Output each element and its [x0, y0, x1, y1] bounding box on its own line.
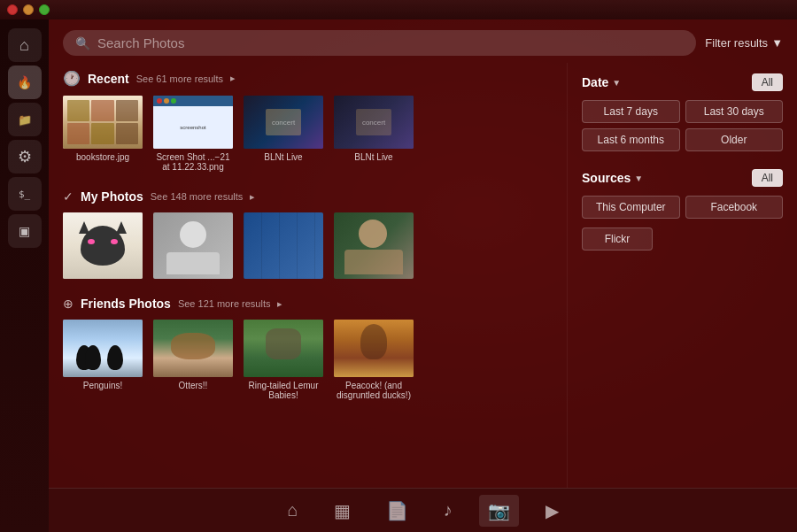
friendsphotos-section: ⊕ Friends Photos See 121 more results ▸: [63, 297, 553, 400]
sidebar-icon-terminal[interactable]: $_: [8, 177, 42, 211]
thumb-person2[interactable]: [334, 212, 414, 279]
filter-last7days[interactable]: Last 7 days: [582, 100, 680, 123]
titlebar: [0, 0, 797, 19]
bottom-music-icon[interactable]: ♪: [435, 495, 461, 526]
bottom-video-icon[interactable]: ▶: [537, 495, 568, 527]
filter-panel: Date ▼ All Last 7 days Last 30 days Last…: [567, 63, 797, 488]
filter-last30days[interactable]: Last 30 days: [685, 100, 784, 123]
thumb-lemur-label: Ring-tailed Lemur Babies!: [244, 381, 323, 400]
recent-section: 🕐 Recent See 61 more results ▸: [63, 70, 553, 172]
sources-filter-title: Sources ▼: [582, 171, 643, 185]
myphotos-title: My Photos: [81, 189, 143, 204]
thumb-blnt1[interactable]: concert BLNt Live: [244, 96, 323, 172]
thumb-peacock-label: Peacock! (and disgruntled ducks!): [334, 381, 414, 400]
myphotos-more[interactable]: See 148 more results: [151, 191, 244, 202]
thumb-otters[interactable]: Otters!!: [153, 320, 233, 400]
thumb-penguins-img: [63, 320, 143, 377]
sources-filter-buttons: This Computer Facebook: [582, 196, 783, 219]
sources-all-button[interactable]: All: [752, 169, 783, 187]
thumb-person[interactable]: [153, 212, 233, 279]
date-filter-title: Date ▼: [582, 75, 621, 89]
filter-this-computer[interactable]: This Computer: [582, 196, 680, 219]
friendsphotos-more-arrow: ▸: [277, 298, 282, 310]
sidebar-icon-workspace[interactable]: ▣: [8, 214, 42, 248]
search-bar: 🔍 Filter results ▼: [49, 19, 797, 63]
sidebar: ⌂ 🔥 📁 ⚙ $_ ▣: [0, 19, 49, 532]
thumb-blue-photo[interactable]: [244, 212, 323, 279]
filter-last6months[interactable]: Last 6 months: [582, 128, 680, 151]
sources-flickr-row: Flickr: [582, 224, 783, 251]
sources-caret: ▼: [634, 173, 643, 183]
recent-thumbnails: bookstore.jpg screenshot: [63, 96, 553, 172]
thumb-otters-label: Otters!!: [179, 381, 208, 390]
thumb-bookstore-img: [63, 96, 143, 149]
filter-facebook[interactable]: Facebook: [685, 196, 784, 219]
bottom-apps-icon[interactable]: ▦: [325, 495, 360, 527]
thumb-peacock[interactable]: Peacock! (and disgruntled ducks!): [334, 320, 414, 400]
friendsphotos-header: ⊕ Friends Photos See 121 more results ▸: [63, 297, 553, 311]
sidebar-icon-firefox[interactable]: 🔥: [8, 66, 42, 99]
filter-results-label: Filter results: [705, 36, 768, 50]
thumb-bookstore-label: bookstore.jpg: [76, 152, 129, 162]
myphotos-thumbnails: [63, 212, 553, 279]
thumb-blnt1-label: BLNt Live: [264, 152, 302, 162]
myphotos-icon: ✓: [63, 189, 74, 204]
thumb-screenshot-img: screenshot: [153, 96, 233, 149]
friendsphotos-icon: ⊕: [63, 297, 74, 311]
close-button[interactable]: [7, 4, 18, 15]
thumb-lemur-img: [244, 320, 323, 377]
filter-flickr[interactable]: Flickr: [582, 227, 653, 251]
thumb-penguins-label: Penguins!: [83, 381, 122, 390]
bottom-home-icon[interactable]: ⌂: [278, 495, 306, 526]
filter-results-button[interactable]: Filter results ▼: [705, 36, 783, 50]
filter-results-caret: ▼: [771, 36, 783, 50]
results-panel: 🕐 Recent See 61 more results ▸: [49, 63, 567, 488]
date-filter-section: Date ▼ All Last 7 days Last 30 days Last…: [582, 73, 783, 151]
filter-older[interactable]: Older: [685, 128, 784, 151]
sources-filter-header: Sources ▼ All: [582, 169, 783, 187]
recent-header: 🕐 Recent See 61 more results ▸: [63, 70, 553, 87]
sidebar-icon-files[interactable]: 📁: [8, 103, 42, 136]
thumb-penguins[interactable]: Penguins!: [63, 320, 143, 400]
bottom-bar: ⌂ ▦ 📄 ♪ 📷 ▶: [49, 488, 797, 532]
recent-more[interactable]: See 61 more results: [136, 73, 223, 84]
thumb-person-img: [153, 212, 233, 279]
thumb-cat[interactable]: [63, 212, 143, 279]
date-caret: ▼: [612, 78, 621, 88]
date-filter-buttons: Last 7 days Last 30 days Last 6 months O…: [582, 100, 783, 151]
recent-title: Recent: [88, 72, 129, 86]
thumb-screenshot[interactable]: screenshot Screen Shot ...−21 at 11.22.3…: [153, 96, 233, 172]
recent-icon: 🕐: [63, 70, 81, 87]
myphotos-header: ✓ My Photos See 148 more results ▸: [63, 189, 553, 204]
myphotos-section: ✓ My Photos See 148 more results ▸: [63, 189, 553, 279]
outer-shell: ⌂ 🔥 📁 ⚙ $_ ▣ 🔍 Filter results ▼: [0, 0, 797, 532]
search-icon: 🔍: [75, 36, 90, 50]
thumb-bookstore[interactable]: bookstore.jpg: [63, 96, 143, 172]
date-filter-header: Date ▼ All: [582, 73, 783, 91]
content-area: 🕐 Recent See 61 more results ▸: [49, 63, 797, 488]
thumb-blue-img: [244, 212, 323, 279]
minimize-button[interactable]: [23, 4, 34, 15]
friendsphotos-title: Friends Photos: [81, 297, 171, 311]
thumb-blnt2[interactable]: concert BLNt Live: [334, 96, 414, 172]
search-input-wrapper[interactable]: 🔍: [63, 30, 696, 56]
sources-filter-section: Sources ▼ All This Computer Facebook Fli…: [582, 169, 783, 251]
date-all-button[interactable]: All: [752, 73, 783, 91]
main-content: 🔍 Filter results ▼ 🕐 Recent See 61 more …: [49, 19, 797, 532]
thumb-blnt1-img: concert: [244, 96, 323, 149]
thumb-blnt2-img: concert: [334, 96, 414, 149]
thumb-screenshot-label: Screen Shot ...−21 at 11.22.33.png: [153, 152, 233, 172]
thumb-blnt2-label: BLNt Live: [354, 152, 392, 162]
sidebar-icon-home[interactable]: ⌂: [8, 28, 42, 62]
thumb-lemur[interactable]: Ring-tailed Lemur Babies!: [244, 320, 323, 400]
sidebar-icon-settings[interactable]: ⚙: [8, 140, 42, 173]
friendsphotos-more[interactable]: See 121 more results: [178, 298, 271, 309]
thumb-cat-img: [63, 212, 143, 279]
bottom-files-icon[interactable]: 📄: [377, 495, 417, 527]
friendsphotos-thumbnails: Penguins! Otters!!: [63, 320, 553, 400]
thumb-person2-img: [334, 212, 414, 279]
myphotos-more-arrow: ▸: [250, 191, 255, 203]
bottom-photos-icon[interactable]: 📷: [479, 495, 519, 527]
search-input[interactable]: [97, 35, 684, 50]
maximize-button[interactable]: [39, 4, 50, 15]
